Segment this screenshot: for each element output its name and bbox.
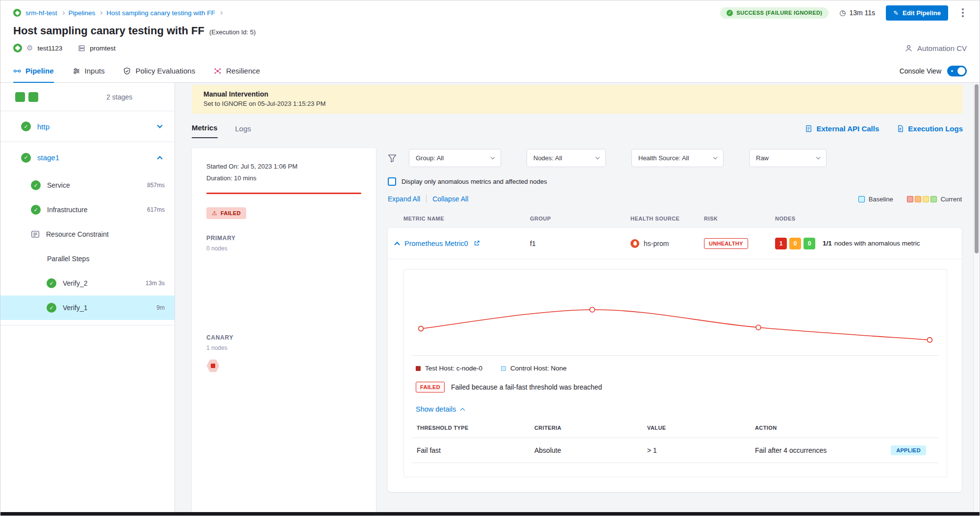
canary-node-count: 1 nodes <box>206 344 361 351</box>
value-cell: > 1 <box>647 446 755 454</box>
filter-icon[interactable] <box>388 154 397 163</box>
sidebar-stage-stage1[interactable]: ✓ stage1 <box>0 142 175 173</box>
step-label: Parallel Steps <box>47 255 89 263</box>
canary-node-hexagon[interactable] <box>206 359 220 372</box>
breadcrumb-project-link[interactable]: srm-hf-test <box>25 9 57 17</box>
expand-all-link[interactable]: Expand All <box>388 195 420 203</box>
tab-inputs[interactable]: Inputs <box>73 59 105 82</box>
threshold-table-header: THRESHOLD TYPE CRITERIA VALUE ACTION <box>412 425 939 438</box>
execution-sidebar: 2 stages ✓ http ✓ stage1 ✓ Service 857ms <box>0 83 175 516</box>
data-mode-select[interactable]: Raw <box>749 149 827 167</box>
baseline-label: Baseline <box>869 196 893 203</box>
metric-name-link[interactable]: Prometheus Metric0 <box>404 240 468 247</box>
node-count-orange[interactable]: 0 <box>789 238 801 249</box>
sidebar-step-verify-2[interactable]: ✓ Verify_2 13m 3s <box>0 271 175 295</box>
success-check-icon: ✓ <box>31 180 41 190</box>
console-view-control: Console View <box>900 66 967 76</box>
metrics-table-header: METRIC NAME GROUP HEALTH SOURCE RISK NOD… <box>388 203 962 228</box>
breadcrumb: srm-hf-test Pipelines Host sampling cana… <box>13 9 222 17</box>
success-check-icon: ✓ <box>47 278 56 288</box>
anomalous-node-ratio: 1/1 <box>823 240 832 247</box>
col-criteria: CRITERIA <box>534 425 647 431</box>
chevron-up-icon[interactable] <box>157 156 162 161</box>
threshold-type-cell: Fail fast <box>417 446 534 454</box>
external-api-calls-link[interactable]: External API Calls <box>805 124 879 138</box>
chevron-down-icon <box>816 155 820 159</box>
console-view-label: Console View <box>900 67 941 75</box>
step-duration: 617ms <box>147 206 165 213</box>
edit-pipeline-button[interactable]: ✎ Edit Pipeline <box>886 5 948 21</box>
page-title: Host sampling canary testing with FF <box>13 25 204 37</box>
service-name: test1123 <box>37 45 62 52</box>
success-check-icon: ✓ <box>727 10 733 16</box>
clock-icon: ◷ <box>839 8 846 17</box>
elapsed-time: ◷ 13m 11s <box>839 8 875 17</box>
console-view-toggle[interactable] <box>947 66 967 76</box>
breadcrumb-pipelines-link[interactable]: Pipelines <box>69 9 96 17</box>
tab-pipeline[interactable]: Pipeline <box>13 59 54 82</box>
step-label: Verify_2 <box>63 279 88 287</box>
group-filter-select[interactable]: Group: All <box>409 149 501 167</box>
sidebar-step-infrastructure[interactable]: ✓ Infrastructure 617ms <box>0 197 175 222</box>
legend-current-swatch <box>907 196 913 202</box>
anomalous-checkbox[interactable] <box>388 177 396 186</box>
divider <box>426 195 427 203</box>
sidebar-stage-http[interactable]: ✓ http <box>0 111 175 142</box>
resilience-icon <box>214 67 222 75</box>
analysis-failed-badge: FAILED <box>416 382 445 393</box>
stage-summary-row: 2 stages <box>0 83 175 111</box>
sidebar-step-verify-1[interactable]: ✓ Verify_1 9m <box>0 295 175 320</box>
nodes-filter-select[interactable]: Nodes: All <box>527 149 606 167</box>
anomalous-checkbox-label: Display only anomalous metrics and affec… <box>402 178 547 185</box>
sidebar-step-resource-constraint[interactable]: Resource Constraint <box>0 222 175 246</box>
stage-count: 2 stages <box>106 93 132 101</box>
sidebar-step-parallel-steps[interactable]: Parallel Steps <box>0 246 175 271</box>
col-action: ACTION <box>755 425 939 431</box>
external-link-icon[interactable] <box>474 240 480 246</box>
action-cell: Fail after 4 occurrences <box>755 446 827 454</box>
health-source-filter-select[interactable]: Health Source: All <box>631 149 724 167</box>
node-count-red[interactable]: 1 <box>775 238 787 249</box>
logs-doc-icon <box>897 125 904 132</box>
tab-resilience[interactable]: Resilience <box>214 59 260 82</box>
pipeline-icon <box>13 67 21 75</box>
manual-intervention-banner: Manual Intervention Set to IGNORE on 05-… <box>192 85 963 114</box>
show-details-link[interactable]: Show details <box>412 405 939 413</box>
node-count-green[interactable]: 0 <box>804 238 815 249</box>
scrollbar-thumb[interactable] <box>975 84 979 253</box>
current-swatches <box>907 196 937 202</box>
health-source-name: hs-prom <box>644 240 669 247</box>
step-duration: 857ms <box>147 182 165 189</box>
sidebar-step-service[interactable]: ✓ Service 857ms <box>0 173 175 197</box>
vertical-scrollbar[interactable] <box>973 83 980 512</box>
tab-policy-evaluations[interactable]: Policy Evaluations <box>123 59 195 82</box>
content-body: Started On: Jul 5, 2023 1:06 PM Duration… <box>192 148 962 516</box>
title-row: Host sampling canary testing with FF (Ex… <box>13 25 967 37</box>
threshold-table-row: Fail fast Absolute > 1 Fail after 4 occu… <box>412 438 939 463</box>
breadcrumb-separator-icon <box>219 11 223 14</box>
collapse-all-link[interactable]: Collapse All <box>432 195 468 203</box>
breadcrumb-pipeline-link[interactable]: Host sampling canary testing with FF <box>106 9 215 17</box>
tab-metrics[interactable]: Metrics <box>192 123 218 138</box>
col-value: VALUE <box>647 425 755 431</box>
header-actions: ✓ SUCCESS (FAILURE IGNORED) ◷ 13m 11s ✎ … <box>720 5 967 21</box>
metric-card: Prometheus Metric0 f1 hs-prom UNHEALTHY … <box>388 228 962 492</box>
collapse-metric-icon[interactable] <box>394 242 400 247</box>
col-risk: RISK <box>704 216 775 221</box>
baseline-swatch <box>858 196 865 202</box>
more-options-icon[interactable] <box>959 6 967 19</box>
test-host-swatch <box>416 366 421 371</box>
applied-badge: APPLIED <box>891 445 926 455</box>
chevron-up-icon <box>460 408 465 413</box>
execution-logs-link[interactable]: Execution Logs <box>897 124 963 138</box>
legend-current-swatch <box>915 196 921 202</box>
chevron-down-icon[interactable] <box>157 123 162 128</box>
success-check-icon: ✓ <box>21 153 31 163</box>
tab-logs[interactable]: Logs <box>235 124 251 138</box>
user-icon <box>905 44 913 52</box>
breadcrumb-row: srm-hf-test Pipelines Host sampling cana… <box>13 5 967 20</box>
environment-icon <box>78 45 85 52</box>
chevron-down-icon <box>596 155 600 159</box>
breadcrumb-separator-icon <box>61 11 64 14</box>
metric-row: Prometheus Metric0 f1 hs-prom UNHEALTHY … <box>388 228 962 259</box>
